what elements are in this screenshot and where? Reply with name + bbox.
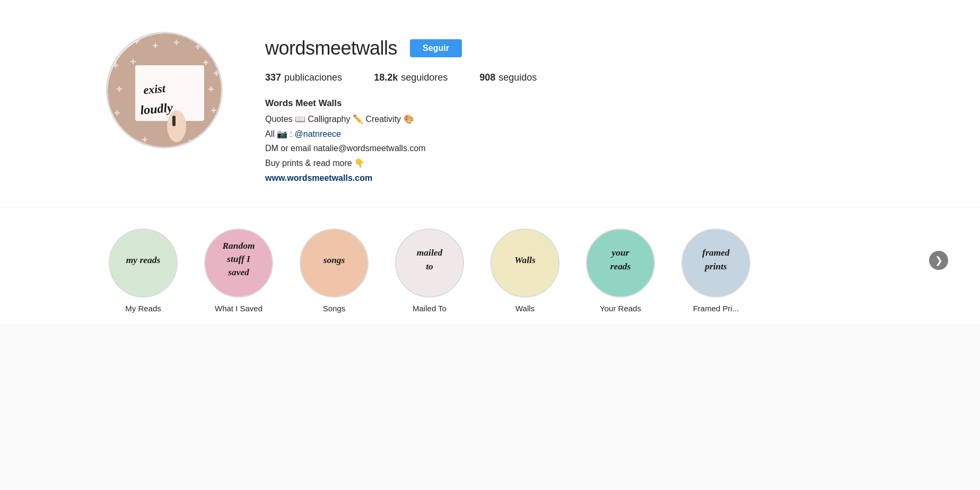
story-circle: songs	[300, 229, 369, 298]
bio-line3: DM or email natalie@wordsmeetwalls.com	[265, 142, 938, 155]
story-label: Songs	[323, 304, 346, 313]
svg-text:exist: exist	[143, 82, 166, 97]
stories-next-button[interactable]: ❯	[929, 251, 948, 270]
story-item[interactable]: mailedtoMailed To	[392, 229, 467, 313]
followers-stat: 18.2k seguidores	[374, 72, 448, 83]
story-item[interactable]: WallsWalls	[488, 229, 562, 313]
story-circle: yourreads	[586, 229, 655, 298]
posts-label: publicaciones	[284, 72, 342, 83]
profile-header: wordsmeetwalls Seguir	[265, 37, 938, 59]
bio-line4: Buy prints & read more 👇	[265, 156, 938, 170]
bio-display-name: Words Meet Walls	[265, 96, 938, 110]
story-circle: framedprints	[681, 229, 750, 298]
svg-text:Walls: Walls	[514, 255, 536, 265]
svg-text:framed: framed	[702, 248, 730, 258]
svg-text:stuff I: stuff I	[226, 253, 251, 264]
stats-row: 337 publicaciones 18.2k seguidores 908 s…	[265, 72, 938, 83]
svg-text:reads: reads	[610, 261, 631, 272]
svg-text:Random: Random	[222, 240, 255, 251]
story-circle: my reads	[109, 229, 178, 298]
svg-text:songs: songs	[323, 255, 345, 265]
story-label: Framed Pri...	[693, 304, 739, 313]
following-stat: 908 seguidos	[479, 72, 537, 83]
story-label: Walls	[515, 304, 535, 313]
avatar-container: exist loudly	[106, 32, 223, 148]
svg-rect-41	[172, 116, 176, 126]
bio-section: Words Meet Walls Quotes 📖 Calligraphy ✏️…	[265, 96, 938, 185]
svg-text:mailed: mailed	[417, 248, 443, 258]
followers-label: seguidores	[401, 72, 448, 83]
story-item[interactable]: framedprintsFramed Pri...	[679, 229, 753, 313]
username: wordsmeetwalls	[265, 37, 397, 59]
svg-text:saved: saved	[228, 267, 249, 277]
followers-count: 18.2k	[374, 72, 398, 83]
follow-button[interactable]: Seguir	[410, 39, 462, 57]
story-item[interactable]: Randomstuff IsavedWhat I Saved	[202, 229, 276, 313]
profile-info: wordsmeetwalls Seguir 337 publicaciones …	[265, 32, 938, 186]
story-circle: Randomstuff Isaved	[204, 229, 273, 298]
profile-section: exist loudly wordsmeetwalls Seguir 337 p…	[0, 0, 980, 207]
svg-text:my reads: my reads	[126, 255, 161, 265]
stories-row: my readsMy ReadsRandomstuff IsavedWhat I…	[106, 229, 938, 313]
svg-point-40	[167, 110, 186, 142]
svg-text:to: to	[426, 261, 433, 272]
svg-text:your: your	[611, 248, 629, 258]
story-item[interactable]: my readsMy Reads	[106, 229, 180, 313]
bio-line1: Quotes 📖 Calligraphy ✏️ Creativity 🎨	[265, 112, 938, 126]
story-circle: mailedto	[395, 229, 464, 298]
following-label: seguidos	[498, 72, 537, 83]
story-item[interactable]: songsSongs	[297, 229, 371, 313]
posts-count: 337	[265, 72, 281, 83]
story-label: What I Saved	[215, 304, 262, 313]
svg-text:loudly: loudly	[139, 100, 173, 117]
posts-stat: 337 publicaciones	[265, 72, 342, 83]
story-circle: Walls	[491, 229, 559, 298]
bio-mention[interactable]: @natnreece	[295, 129, 341, 138]
bio-website-link[interactable]: www.wordsmeetwalls.com	[265, 173, 372, 182]
avatar: exist loudly	[106, 32, 223, 148]
svg-text:prints: prints	[704, 261, 727, 272]
following-count: 908	[479, 72, 495, 83]
stories-section: my readsMy ReadsRandomstuff IsavedWhat I…	[0, 207, 980, 323]
story-label: Mailed To	[413, 304, 447, 313]
story-label: My Reads	[125, 304, 161, 313]
bio-line2: All 📷 : @natnreece	[265, 127, 938, 141]
story-label: Your Reads	[600, 304, 641, 313]
story-item[interactable]: yourreadsYour Reads	[583, 229, 658, 313]
bio-website-line: www.wordsmeetwalls.com	[265, 171, 938, 185]
